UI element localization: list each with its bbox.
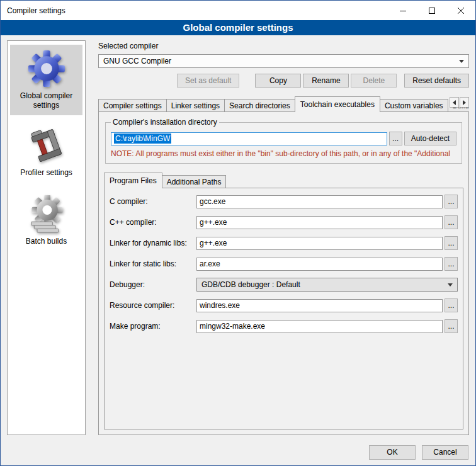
debugger-label: Debugger: [110, 280, 196, 289]
profiler-clamp-icon [28, 128, 65, 164]
install-dir-group-title: Compiler's installation directory [111, 118, 219, 127]
browse-static-linker-button[interactable]: ... [445, 257, 458, 271]
selected-compiler-label: Selected compiler [98, 42, 469, 50]
chevron-down-icon [448, 283, 453, 287]
field-value: gcc.exe [200, 197, 225, 206]
compiler-select-value: GNU GCC Compiler [103, 57, 171, 65]
settings-category-list: Global compiler settings Profiler settin… [7, 40, 86, 435]
browse-install-dir-button[interactable]: ... [389, 132, 402, 145]
close-icon [458, 8, 464, 14]
debugger-select[interactable]: GDB/CDB debugger : Default [196, 278, 458, 292]
sidebar-item-label: Global compiler settings [11, 91, 81, 110]
tab-scroll-left-button[interactable] [450, 97, 459, 108]
blue-gear-icon [28, 50, 65, 88]
titlebar[interactable]: Compiler settings [1, 1, 475, 20]
sidebar-item-batch-builds[interactable]: Batch builds [10, 190, 82, 251]
install-dir-group: Compiler's installation directory C:\ray… [105, 122, 462, 164]
browse-resource-compiler-button[interactable]: ... [445, 298, 458, 312]
window-title: Compiler settings [1, 1, 388, 20]
tab-scroll-controls [448, 97, 469, 108]
cpp-compiler-label: C++ compiler: [110, 218, 196, 227]
main-panel: Selected compiler GNU GCC Compiler Set a… [92, 40, 469, 435]
field-row: Make program: mingw32-make.exe ... [110, 319, 458, 333]
field-value: ar.exe [200, 259, 220, 268]
window-controls [388, 1, 475, 20]
subtab-program-files[interactable]: Program Files [104, 173, 162, 188]
minimize-button[interactable] [388, 1, 417, 20]
field-value: g++.exe [200, 218, 227, 227]
cancel-button[interactable]: Cancel [422, 445, 468, 460]
gray-gear-icon [28, 195, 65, 233]
programs-subtabstrip: Program Files Additional Paths [104, 173, 463, 188]
field-row: Linker for dynamic libs: g++.exe ... [110, 236, 458, 250]
triangle-left-icon [453, 100, 456, 105]
field-row: C++ compiler: g++.exe ... [110, 215, 458, 229]
make-program-input[interactable]: mingw32-make.exe [196, 320, 443, 333]
static-linker-input[interactable]: ar.exe [196, 258, 443, 271]
field-value: g++.exe [200, 239, 227, 247]
tab-search-directories[interactable]: Search directories [224, 99, 295, 112]
browse-c-compiler-button[interactable]: ... [445, 195, 458, 208]
compiler-actions: Set as default Copy Rename Delete Reset … [98, 74, 469, 88]
field-value: windres.exe [200, 301, 240, 310]
install-dir-input[interactable]: C:\raylib\MinGW [111, 132, 387, 145]
program-files-panel: C compiler: gcc.exe ... C++ compiler: g+… [104, 188, 463, 429]
make-program-label: Make program: [110, 322, 196, 331]
field-row: Debugger: GDB/CDB debugger : Default [110, 278, 458, 292]
auto-detect-button[interactable]: Auto-detect [404, 132, 456, 145]
reset-defaults-button[interactable]: Reset defaults [404, 74, 469, 88]
tab-custom-variables[interactable]: Custom variables [380, 99, 448, 112]
install-dir-value: C:\raylib\MinGW [114, 134, 171, 144]
dynamic-linker-input[interactable]: g++.exe [196, 237, 443, 250]
triangle-right-icon [463, 100, 466, 105]
copy-button[interactable]: Copy [255, 74, 301, 88]
dialog-footer: OK Cancel [1, 439, 475, 465]
compiler-select[interactable]: GNU GCC Compiler [98, 54, 469, 68]
browse-dynamic-linker-button[interactable]: ... [445, 236, 458, 250]
browse-cpp-compiler-button[interactable]: ... [445, 215, 458, 229]
subtab-additional-paths[interactable]: Additional Paths [162, 175, 227, 188]
field-row: Linker for static libs: ar.exe ... [110, 257, 458, 271]
sidebar-item-global-compiler-settings[interactable]: Global compiler settings [10, 45, 82, 115]
tab-toolchain-executables[interactable]: Toolchain executables [295, 96, 380, 112]
sidebar-item-profiler-settings[interactable]: Profiler settings [10, 123, 82, 183]
maximize-button[interactable] [417, 1, 446, 20]
tab-linker-settings[interactable]: Linker settings [166, 99, 225, 112]
debugger-select-value: GDB/CDB debugger : Default [201, 280, 300, 289]
close-button[interactable] [446, 1, 475, 20]
ok-button[interactable]: OK [369, 445, 416, 460]
cpp-compiler-input[interactable]: g++.exe [196, 216, 443, 229]
resource-compiler-input[interactable]: windres.exe [196, 299, 443, 312]
toolchain-executables-panel: Compiler's installation directory C:\ray… [98, 112, 469, 435]
rename-button[interactable]: Rename [303, 74, 349, 88]
tab-compiler-settings[interactable]: Compiler settings [98, 99, 167, 112]
browse-make-program-button[interactable]: ... [445, 319, 458, 333]
delete-button: Delete [351, 74, 397, 88]
install-dir-row: C:\raylib\MinGW ... Auto-detect [111, 132, 456, 145]
dialog-body: Global compiler settings Profiler settin… [1, 35, 475, 439]
sidebar-item-label: Batch builds [26, 237, 67, 246]
c-compiler-input[interactable]: gcc.exe [196, 195, 443, 208]
static-linker-label: Linker for static libs: [110, 259, 196, 268]
resource-compiler-label: Resource compiler: [110, 301, 196, 310]
compiler-settings-window: Compiler settings Global compiler settin… [0, 0, 476, 466]
set-as-default-button: Set as default [177, 74, 239, 88]
maximize-icon [429, 8, 435, 14]
minimize-icon [400, 8, 406, 14]
field-value: mingw32-make.exe [200, 322, 265, 331]
chevron-down-icon [459, 60, 464, 63]
field-row: C compiler: gcc.exe ... [110, 195, 458, 208]
note-text: NOTE: All programs must exist either in … [111, 149, 456, 158]
tab-scroll-right-button[interactable] [460, 97, 469, 108]
dialog-header: Global compiler settings [1, 20, 475, 35]
field-row: Resource compiler: windres.exe ... [110, 298, 458, 312]
settings-tabstrip: Compiler settings Linker settings Search… [98, 96, 469, 112]
sidebar-item-label: Profiler settings [20, 168, 72, 178]
dynamic-linker-label: Linker for dynamic libs: [110, 239, 196, 247]
c-compiler-label: C compiler: [110, 197, 196, 206]
